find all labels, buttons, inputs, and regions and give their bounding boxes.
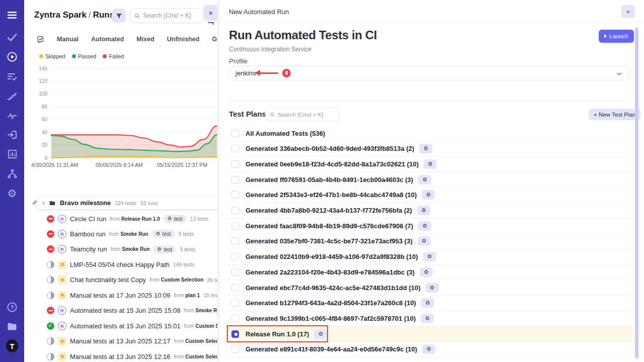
launch-button[interactable]: Launch xyxy=(599,30,634,43)
runs-search-input[interactable] xyxy=(143,12,199,19)
legend-item-skipped[interactable]: Skipped xyxy=(39,53,65,59)
analytics-icon[interactable] xyxy=(6,148,18,160)
plan-checkbox[interactable] xyxy=(231,160,239,168)
plan-checkbox[interactable] xyxy=(231,330,239,338)
run-row[interactable]: RBamboo runfrom Smoke Run⚙test9 tests xyxy=(24,226,218,241)
pulse-icon[interactable] xyxy=(6,110,18,122)
projects-icon[interactable] xyxy=(6,320,18,332)
select-all-icon[interactable] xyxy=(36,35,44,43)
run-row[interactable]: RAutomated tests at 15 Jun 2025 15:01fro… xyxy=(24,318,218,333)
page-subtitle: Continuous Integration Service xyxy=(229,46,311,53)
plan-checkbox[interactable] xyxy=(231,130,239,137)
runs-tabs: ManualAutomatedMixedUnfinishedGroups xyxy=(36,35,218,43)
breadcrumb-project[interactable]: Zyntra Spark xyxy=(34,10,87,20)
plan-settings-button[interactable]: ⚙ xyxy=(423,252,436,261)
svg-text:20: 20 xyxy=(42,142,48,148)
test-plan-row[interactable]: Generated ebc77c4d-9635-424c-ac5e-427483… xyxy=(225,280,633,296)
test-plan-row[interactable]: Generated 022410b9-e918-4459-a106-97d2a9… xyxy=(225,249,633,265)
new-test-plan-button[interactable]: + New Test Plan xyxy=(589,109,640,120)
automated-run-icon: R xyxy=(58,322,66,330)
plan-settings-button[interactable]: ⚙ xyxy=(422,190,435,200)
plan-settings-button[interactable]: ⚙ xyxy=(422,344,435,354)
expand-icon[interactable] xyxy=(208,22,214,25)
tests-icon[interactable] xyxy=(6,31,18,43)
test-plan-row[interactable]: Generated 035e7bf0-7381-4c5c-be77-321e73… xyxy=(225,234,633,249)
filter-button[interactable] xyxy=(112,9,126,23)
plan-settings-button[interactable]: ⚙ xyxy=(424,159,437,169)
runs-icon[interactable] xyxy=(6,51,18,63)
run-row[interactable]: RAutomated tests at 15 Jun 2025 15:08fro… xyxy=(24,303,218,318)
test-plan-row[interactable]: Generated 2a223104-f20e-4b43-83d9-e78459… xyxy=(225,264,633,280)
run-row[interactable]: Chat functinality test Copyfrom Custom S… xyxy=(24,273,218,288)
plan-checkbox[interactable] xyxy=(231,299,239,307)
milestone-card[interactable]: › Bravo milestone 124 tests 33 runs xyxy=(37,197,218,209)
plan-settings-button[interactable]: ⚙ xyxy=(314,329,327,339)
plan-checkbox[interactable] xyxy=(231,345,239,353)
milestone-row[interactable]: › Bravo milestone 124 tests 33 runs xyxy=(24,197,218,210)
plan-settings-button[interactable]: ⚙ xyxy=(421,298,434,308)
runs-panel-close-button[interactable]: × xyxy=(203,5,218,21)
plan-checkbox[interactable] xyxy=(231,268,239,276)
plan-checkbox[interactable] xyxy=(231,191,239,199)
test-plan-row[interactable]: Generated faac8f09-94b8-4b19-89d9-c576cd… xyxy=(225,218,633,234)
import-icon[interactable] xyxy=(6,129,18,141)
plan-checkbox[interactable] xyxy=(231,176,239,184)
plan-checkbox[interactable] xyxy=(231,315,239,322)
plan-settings-button[interactable]: ⚙ xyxy=(417,206,430,215)
tab-manual[interactable]: Manual xyxy=(57,36,78,43)
plan-settings-button[interactable]: ⚙ xyxy=(421,314,434,323)
plan-settings-button[interactable]: ⚙ xyxy=(420,267,433,277)
right-panel-scrollbar[interactable] xyxy=(635,28,638,358)
plan-label: Generated 336abecb-0b52-4d60-9ded-493f3f… xyxy=(246,145,414,152)
plan-checkbox[interactable] xyxy=(231,222,239,230)
test-plan-row[interactable]: Generated 4bb7a8b0-9212-43a4-b137-f772fe… xyxy=(225,203,633,219)
test-plan-row[interactable]: Generated e891c41f-8039-4e64-aa24-e0d56e… xyxy=(225,342,633,357)
test-plan-row[interactable]: Generated b12794f3-643a-4a2d-8504-23f1e7… xyxy=(225,296,633,311)
test-plan-row[interactable]: Generated 9c1399b1-c065-4f84-8697-7af2c5… xyxy=(225,311,633,326)
test-plan-row[interactable]: Generated 0eeb9e18-f23d-4cd5-82dd-8a1a73… xyxy=(225,156,633,172)
test-plan-row[interactable]: All Automated Tests (536) xyxy=(225,126,633,141)
settings-icon[interactable]: ⚙ xyxy=(6,187,18,199)
test-plan-row[interactable]: Release Run 1.0 (17)⚙ xyxy=(225,326,633,342)
plan-settings-button[interactable]: ⚙ xyxy=(426,283,439,293)
run-row[interactable]: LMP-554 05/04 check Happy Path146 tests xyxy=(24,257,218,272)
test-plan-row[interactable]: Generated ff076591-05ab-4b4b-8491-1ecb00… xyxy=(225,172,633,188)
plan-settings-button[interactable]: ⚙ xyxy=(419,144,432,153)
test-plan-row[interactable]: Generated 336abecb-0b52-4d60-9ded-493f3f… xyxy=(225,141,633,157)
legend-item-passed[interactable]: Passed xyxy=(72,53,97,59)
breadcrumb-page[interactable]: Runs xyxy=(93,10,115,20)
legend-item-failed[interactable]: Failed xyxy=(103,53,124,59)
steps-icon[interactable] xyxy=(6,90,18,102)
run-row[interactable]: Manual tests at 13 Jun 2025 12:16from Cu… xyxy=(24,349,218,362)
plan-settings-button[interactable]: ⚙ xyxy=(418,175,431,185)
tab-groups[interactable]: Groups xyxy=(212,36,218,43)
manual-run-icon xyxy=(58,337,66,345)
test-plans-search[interactable] xyxy=(265,108,340,121)
legend-dot xyxy=(72,54,76,58)
tab-unfinished[interactable]: Unfinished xyxy=(167,36,200,43)
menu-icon[interactable] xyxy=(6,9,18,21)
tab-mixed[interactable]: Mixed xyxy=(136,36,154,43)
help-icon[interactable]: ? xyxy=(6,301,18,313)
plan-settings-button[interactable]: ⚙ xyxy=(418,236,431,246)
runs-search[interactable] xyxy=(130,8,204,23)
run-row[interactable]: Manual tests at 13 Jun 2025 12:17from Cu… xyxy=(24,334,218,349)
plan-checkbox[interactable] xyxy=(231,145,239,152)
plan-checkbox[interactable] xyxy=(231,207,239,214)
plan-settings-button[interactable]: ⚙ xyxy=(418,221,431,231)
test-plan-row[interactable]: Generated 2f5343e3-ef26-47b1-be8b-44cabc… xyxy=(225,188,633,203)
plan-checkbox[interactable] xyxy=(231,237,239,245)
branches-icon[interactable] xyxy=(6,167,18,179)
new-run-close-button[interactable]: × xyxy=(621,5,635,18)
chevron-right-icon[interactable]: › xyxy=(42,199,45,206)
run-name: Teamcity run xyxy=(70,245,107,253)
run-row[interactable]: Manual tests at 17 Jun 2025 10:09from pl… xyxy=(24,288,218,303)
test-plans-search-input[interactable] xyxy=(278,112,335,118)
run-row[interactable]: RTeamcity runfrom Smoke Run⚙test9 tests xyxy=(24,242,218,257)
divider xyxy=(229,101,629,101)
plan-checkbox[interactable] xyxy=(231,284,239,292)
plan-checkbox[interactable] xyxy=(231,253,239,260)
tab-automated[interactable]: Automated xyxy=(91,36,124,43)
test-plans-icon[interactable] xyxy=(6,70,18,82)
run-row[interactable]: RCircle CI runfrom Release Run 1.0⚙test1… xyxy=(24,211,218,226)
